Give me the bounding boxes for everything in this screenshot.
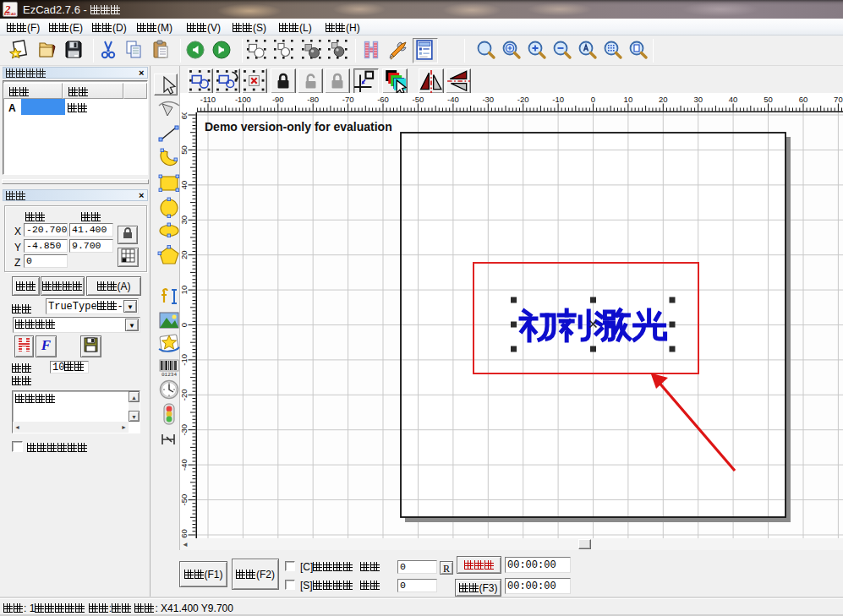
svg-text:-30: -30 xyxy=(180,424,189,436)
svg-text:-40: -40 xyxy=(447,95,459,104)
svg-text:70: 70 xyxy=(834,95,843,104)
svg-text:50: 50 xyxy=(764,95,773,104)
svg-text:0: 0 xyxy=(180,323,189,327)
svg-text:10: 10 xyxy=(624,95,633,104)
svg-text:-20: -20 xyxy=(180,389,189,401)
svg-text:01234: 01234 xyxy=(161,372,177,378)
svg-text:0: 0 xyxy=(591,95,595,104)
svg-text:60: 60 xyxy=(180,112,189,119)
svg-text:-90: -90 xyxy=(272,95,284,104)
svg-text:50: 50 xyxy=(180,145,189,155)
svg-text:40: 40 xyxy=(180,181,189,190)
svg-text:-50: -50 xyxy=(180,494,189,506)
svg-text:-40: -40 xyxy=(180,459,189,471)
svg-text:-80: -80 xyxy=(307,95,319,104)
svg-text:20: 20 xyxy=(180,250,189,259)
svg-text:30: 30 xyxy=(693,95,703,104)
svg-text:40: 40 xyxy=(729,95,738,104)
svg-text:60: 60 xyxy=(799,95,808,104)
svg-text:-100: -100 xyxy=(235,95,251,104)
svg-text:-30: -30 xyxy=(482,95,494,104)
svg-text:20: 20 xyxy=(659,95,668,104)
svg-text:30: 30 xyxy=(180,215,189,225)
svg-text:Demo version-only for evaluati: Demo version-only for evaluation xyxy=(205,120,392,134)
svg-text:-10: -10 xyxy=(552,95,564,104)
svg-text:-60: -60 xyxy=(180,529,189,538)
svg-text:10: 10 xyxy=(180,286,189,295)
svg-text:-50: -50 xyxy=(413,95,424,104)
svg-text:-110: -110 xyxy=(200,95,216,104)
svg-text:-10: -10 xyxy=(180,354,189,366)
svg-text:-20: -20 xyxy=(517,95,529,104)
svg-text:-70: -70 xyxy=(342,95,354,104)
svg-text:-60: -60 xyxy=(377,95,389,104)
